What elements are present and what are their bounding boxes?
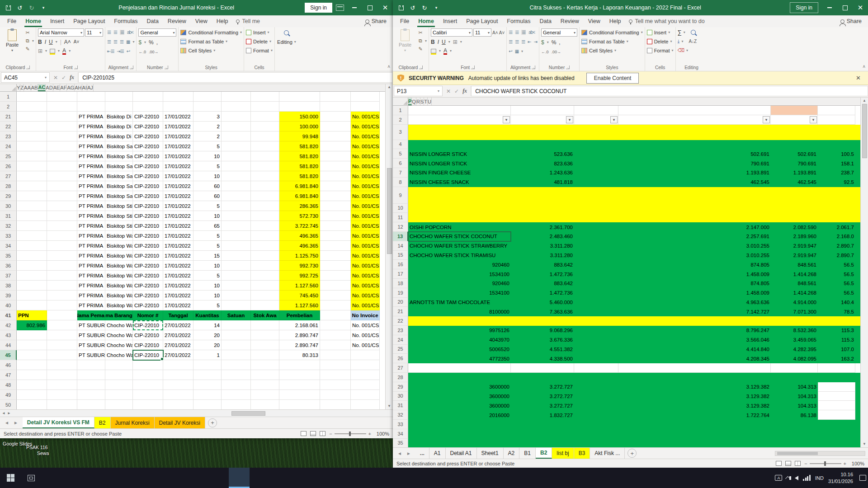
- cell-z[interactable]: [47, 310, 77, 320]
- align-middle-icon[interactable]: ☰: [515, 30, 519, 35]
- increase-indent-icon[interactable]: ⇥☰: [117, 49, 123, 54]
- cell-ae[interactable]: 5: [193, 231, 222, 241]
- column-header[interactable]: AG: [67, 84, 75, 91]
- ribbon-tab[interactable]: Page Layout: [69, 15, 109, 27]
- cell-q[interactable]: [511, 125, 574, 140]
- cell-aj[interactable]: No. 001/CS: [351, 191, 380, 201]
- cell-aa[interactable]: [77, 380, 105, 390]
- cell-z[interactable]: [47, 112, 77, 122]
- sheet-tab[interactable]: Sheet1: [477, 448, 504, 459]
- cell-ab[interactable]: Biskitop Wa: [105, 300, 133, 310]
- cell-ab[interactable]: Biskitop Sa: [105, 181, 133, 191]
- cell-y[interactable]: [17, 171, 47, 181]
- cell-u[interactable]: [818, 213, 855, 222]
- row-number[interactable]: 14: [393, 241, 408, 251]
- cell-ae[interactable]: 60: [193, 181, 222, 191]
- vertical-scrollbar[interactable]: ▲ ▼: [860, 98, 868, 447]
- cell-aa[interactable]: PT PRIMA: [77, 112, 105, 122]
- enter-icon[interactable]: ✓: [61, 75, 66, 81]
- cell-s[interactable]: 3.010.255: [618, 241, 771, 251]
- cell-p[interactable]: [408, 316, 511, 326]
- cell-ae[interactable]: 65: [193, 221, 222, 231]
- cell-ah[interactable]: [279, 400, 320, 409]
- cell-ae[interactable]: 5: [193, 241, 222, 251]
- cell-z[interactable]: [47, 291, 77, 300]
- sheet-nav[interactable]: ◄►: [393, 448, 415, 459]
- cell-u[interactable]: [818, 115, 855, 125]
- cell-ag[interactable]: Stok Awa: [251, 310, 279, 320]
- cell-p[interactable]: 3600000: [408, 401, 511, 410]
- cell-ae[interactable]: [193, 102, 222, 112]
- cell-s[interactable]: [618, 204, 771, 213]
- align-middle-icon[interactable]: ☰: [113, 30, 117, 35]
- font-size-combo[interactable]: 11▾: [473, 28, 491, 37]
- cell-ah[interactable]: 581.820: [279, 171, 320, 181]
- cell-z[interactable]: [47, 141, 77, 151]
- taskbar-app-button[interactable]: [104, 468, 125, 488]
- cell-ah[interactable]: [279, 92, 320, 102]
- cell-y[interactable]: [17, 131, 47, 141]
- row-number[interactable]: 20: [393, 298, 408, 307]
- cell-af[interactable]: [222, 161, 251, 171]
- cell-ai[interactable]: [320, 171, 351, 181]
- cell-t[interactable]: 104.313: [771, 392, 818, 401]
- cell-ac[interactable]: CIP-22010: [133, 141, 163, 151]
- cell-s[interactable]: 790.691: [618, 159, 771, 168]
- cell-ag[interactable]: [251, 251, 279, 261]
- cell-ab[interactable]: Biskitop Di: [105, 112, 133, 122]
- cell-u[interactable]: 2.890.7: [818, 251, 855, 260]
- cell-ag[interactable]: [251, 161, 279, 171]
- cell-ad[interactable]: [163, 370, 193, 380]
- cell-ae[interactable]: 5: [193, 141, 222, 151]
- scroll-left-icon[interactable]: ◄: [2, 411, 5, 416]
- cell-q[interactable]: 3.311.280: [511, 241, 574, 251]
- column-header[interactable]: AD: [46, 84, 53, 91]
- ribbon-tab[interactable]: File: [3, 15, 21, 27]
- cell-ah[interactable]: 100.000: [279, 122, 320, 131]
- cell-af[interactable]: [222, 151, 251, 161]
- row-number[interactable]: 29: [0, 191, 17, 201]
- cell-s[interactable]: 4.414.840: [618, 345, 771, 354]
- redo-icon[interactable]: ↻: [28, 5, 35, 11]
- cell-y[interactable]: [17, 330, 47, 340]
- cell-z[interactable]: [47, 261, 77, 271]
- cell-ae[interactable]: [193, 92, 222, 102]
- cell-ai[interactable]: [320, 112, 351, 122]
- cell-q[interactable]: 823.636: [511, 159, 574, 168]
- cell-ab[interactable]: [105, 380, 133, 390]
- cell-ad[interactable]: [163, 400, 193, 409]
- cell-s[interactable]: [618, 125, 771, 140]
- row-number[interactable]: 2: [0, 102, 17, 112]
- cell-ag[interactable]: [251, 300, 279, 310]
- cell-z[interactable]: [47, 171, 77, 181]
- cell-aj[interactable]: [351, 400, 380, 409]
- cell-u[interactable]: 56.5: [818, 279, 855, 288]
- cell-ag[interactable]: [251, 201, 279, 211]
- cell-s[interactable]: [618, 106, 771, 115]
- row-number[interactable]: 4: [393, 140, 408, 150]
- cell-ab[interactable]: Biskitop Sti: [105, 221, 133, 231]
- cell-z[interactable]: [47, 241, 77, 251]
- cell-y[interactable]: [17, 390, 47, 400]
- cell-ag[interactable]: [251, 221, 279, 231]
- cell-aa[interactable]: [77, 102, 105, 112]
- row-number[interactable]: 25: [0, 151, 17, 161]
- cell-z[interactable]: [47, 380, 77, 390]
- cell-s[interactable]: [618, 213, 771, 222]
- cell-t[interactable]: [771, 140, 818, 150]
- cell-af[interactable]: [222, 201, 251, 211]
- undo-icon[interactable]: ↺: [16, 5, 24, 11]
- cell-r[interactable]: [574, 251, 618, 260]
- cell-af[interactable]: [222, 231, 251, 241]
- taskbar-app-button[interactable]: [166, 468, 187, 488]
- cell-aa[interactable]: PT SUBUR: [77, 330, 105, 340]
- scroll-down-icon[interactable]: ▼: [863, 442, 866, 446]
- cell-ab[interactable]: Biskitop Wa: [105, 281, 133, 291]
- cell-p[interactable]: NISSIN FINGER CHEESE: [408, 168, 511, 178]
- cell-r[interactable]: [574, 307, 618, 316]
- cell-q[interactable]: 4.551.382: [511, 345, 574, 354]
- cell-y[interactable]: [17, 360, 47, 370]
- cell-ag[interactable]: [251, 92, 279, 102]
- cell-ai[interactable]: [320, 231, 351, 241]
- cell-af[interactable]: [222, 261, 251, 271]
